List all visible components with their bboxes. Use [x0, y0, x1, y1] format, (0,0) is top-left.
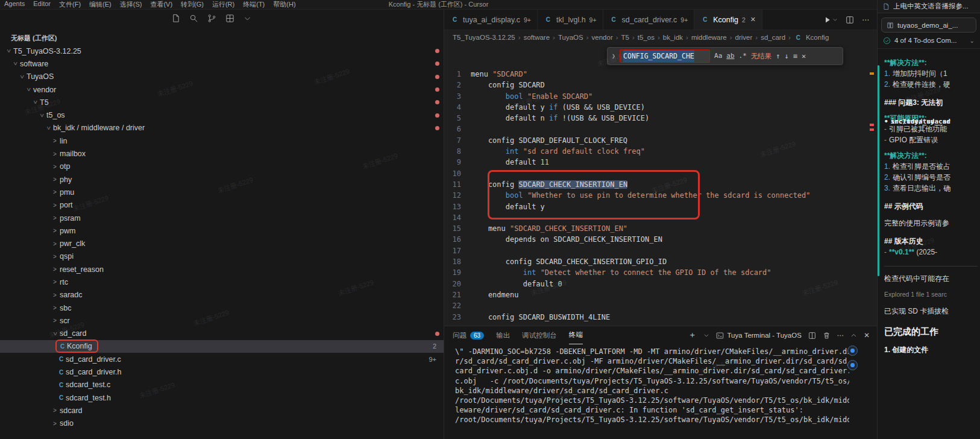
find-prev-icon[interactable]: ↑ [776, 51, 780, 62]
terminal-float-button-1[interactable] [847, 346, 858, 356]
split-editor-icon[interactable] [846, 16, 854, 24]
editor-tab-tkl_lvgl.h[interactable]: Ctkl_lvgl.h9+ [538, 10, 603, 30]
editor-tab-Kconfig[interactable]: CKconfig2✕ [694, 10, 762, 30]
regex-toggle[interactable]: .* [739, 51, 747, 62]
breadcrumb-item-2[interactable]: TuyaOS [558, 34, 583, 41]
panel-maximize-icon[interactable] [850, 332, 857, 339]
run-button[interactable] [824, 16, 838, 24]
tree-item-sbc[interactable]: >sbc [0, 302, 444, 314]
tree-item-psram[interactable]: >psram [0, 212, 444, 224]
panel-close-icon[interactable]: ✕ [864, 331, 870, 340]
breadcrumb-item-8[interactable]: driver [735, 34, 753, 41]
git-branch-icon[interactable] [207, 14, 216, 23]
panel-tab-输出[interactable]: 输出 [496, 326, 510, 344]
menu-item-8[interactable]: 终端(T) [239, 0, 269, 9]
explorer-section-header[interactable]: 无标题 (工作区) [0, 31, 444, 45]
chat-file-pill[interactable]: tuyaos_demo_ai_... [881, 17, 976, 33]
breadcrumb-item-1[interactable]: software [524, 34, 550, 41]
menu-item-2[interactable]: 文件(F) [55, 0, 85, 9]
kill-terminal-icon[interactable] [823, 332, 831, 340]
editor-tab-tuya_ai_display.c[interactable]: Ctuya_ai_display.c9+ [444, 10, 538, 30]
tree-item-rtc[interactable]: >rtc [0, 276, 444, 288]
tree-item-software[interactable]: >software [0, 57, 444, 70]
code-editor[interactable]: ❯ CONFIG_SDCARD_CHE Aa ab .* 无结果 ↑ ↓ ≡ ✕… [444, 45, 877, 326]
tree-item-otp[interactable]: >otp [0, 160, 444, 173]
breadcrumb-item-6[interactable]: bk_idk [663, 34, 683, 41]
tree-item-lin[interactable]: >lin [0, 134, 444, 147]
menu-item-5[interactable]: 查看(V) [146, 0, 177, 9]
breadcrumb-item-7[interactable]: middleware [691, 34, 727, 41]
code-line-2: 2 config SDCARD [444, 80, 877, 90]
tree-item-sdcard_test.c[interactable]: Csdcard_test.c [0, 379, 444, 391]
breadcrumb-separator: › [686, 34, 688, 41]
terminal-output[interactable]: \" -DARMINO_SOC=bk7258 -DBEKEN_PLATFORM … [455, 347, 849, 438]
menu-item-1[interactable]: Editor [29, 0, 55, 9]
chevron-collapsed-icon: > [50, 137, 60, 144]
tree-item-mailbox[interactable]: >mailbox [0, 147, 444, 160]
breadcrumb-item-5[interactable]: t5_os [638, 34, 655, 41]
breadcrumb-item-9[interactable]: sd_card [761, 34, 785, 41]
tree-item-port[interactable]: >port [0, 199, 444, 212]
more-actions-icon[interactable]: ⋯ [862, 16, 870, 24]
tree-item-pwr_clk[interactable]: >pwr_clk [0, 237, 444, 250]
code-line-11: 11 config SDCARD_CHECK_INSERTION_EN [444, 179, 877, 190]
tree-item-pwm[interactable]: >pwm [0, 224, 444, 237]
tab-close-icon[interactable]: ✕ [750, 16, 756, 24]
terminal-dropdown-chevron-icon[interactable] [703, 332, 709, 338]
find-next-icon[interactable]: ↓ [785, 51, 789, 62]
breadcrumb-item-0[interactable]: T5_TuyaOS-3.12.25 [453, 34, 515, 41]
panel-more-icon[interactable]: ⋯ [837, 331, 844, 340]
panel-tab-调试控制台[interactable]: 调试控制台 [522, 326, 557, 344]
split-terminal-icon[interactable] [808, 332, 816, 340]
tree-item-sd_card[interactable]: >sd_card [0, 327, 444, 340]
menu-item-9[interactable]: 帮助(H) [269, 0, 300, 9]
terminal-select[interactable]: Tuya Terminal - TuyaOS [716, 332, 802, 340]
chevron-down-icon[interactable] [243, 14, 251, 22]
menu-item-0[interactable]: Agents [0, 0, 29, 9]
breadcrumb-item-10[interactable]: Kconfig [806, 34, 829, 41]
menu-item-6[interactable]: 转到(G) [177, 0, 208, 9]
tree-item-t5[interactable]: >T5 [0, 96, 444, 109]
tree-item-sdcard_test.h[interactable]: Csdcard_test.h [0, 391, 444, 404]
tree-item-reset_reason[interactable]: >reset_reason [0, 263, 444, 276]
tree-item-qspi[interactable]: >qspi [0, 250, 444, 263]
tree-item-pmu[interactable]: >pmu [0, 186, 444, 198]
breadcrumb-item-3[interactable]: vendor [592, 34, 613, 41]
whole-word-toggle[interactable]: ab [726, 51, 734, 62]
tab-label: sd_card_driver.c [622, 16, 677, 24]
chat-todos-row[interactable]: 4 of 4 To-dos Com... ⌄ [878, 33, 980, 49]
find-close-icon[interactable]: ✕ [802, 51, 806, 62]
tree-item-t5_os[interactable]: >t5_os [0, 109, 444, 121]
breadcrumb-item-4[interactable]: T5 [621, 34, 629, 41]
terminal-float-button-2[interactable] [847, 360, 858, 370]
menu-item-7[interactable]: 运行(R) [208, 0, 239, 9]
new-terminal-icon[interactable]: ＋ [688, 330, 697, 341]
menu-item-4[interactable]: 选择(S) [116, 0, 146, 9]
tree-item-kconfig[interactable]: CKconfig2 [0, 340, 444, 353]
tree-item-sdcard[interactable]: >sdcard [0, 404, 444, 417]
tree-item-sdio[interactable]: >sdio [0, 417, 444, 430]
find-in-selection-icon[interactable]: ≡ [793, 51, 797, 62]
tree-item-sd_card_driver.h[interactable]: Csd_card_driver.h [0, 365, 444, 378]
search-icon[interactable] [189, 14, 198, 23]
tree-item-vendor[interactable]: >vendor [0, 83, 444, 96]
tree-item-bk_idk-middleware-driver[interactable]: >bk_idk / middleware / driver [0, 122, 444, 134]
tree-item-tuyaos[interactable]: >TuyaOS [0, 71, 444, 83]
find-input[interactable]: CONFIG_SDCARD_CHE [620, 49, 710, 63]
match-case-toggle[interactable]: Aa [714, 51, 722, 62]
tree-item-scr[interactable]: >scr [0, 314, 444, 327]
tree-item-phy[interactable]: >phy [0, 173, 444, 186]
menu-item-3[interactable]: 编辑(E) [85, 0, 116, 9]
tree-item-saradc[interactable]: >saradc [0, 289, 444, 302]
breadcrumb[interactable]: T5_TuyaOS-3.12.25›software›TuyaOS›vendor… [444, 30, 877, 45]
tree-item-sd_card_driver.c[interactable]: Csd_card_driver.c9+ [0, 353, 444, 365]
tree-item-t5_tuyaos-3.12.25[interactable]: >T5_TuyaOS-3.12.25 [0, 45, 444, 57]
panel-tab-终端[interactable]: 终端 [569, 326, 583, 344]
editor-tab-sd_card_driver.c[interactable]: Csd_card_driver.c9+ [603, 10, 695, 30]
layout-grid-icon[interactable] [225, 14, 234, 23]
chat-header[interactable]: 上电中英文语音播报参... [878, 0, 980, 13]
new-file-icon[interactable] [171, 14, 180, 23]
panel-tab-问题[interactable]: 问题63 [453, 326, 484, 344]
find-expand-chevron-icon[interactable]: ❯ [612, 51, 615, 62]
c-file-icon: C [700, 16, 709, 23]
